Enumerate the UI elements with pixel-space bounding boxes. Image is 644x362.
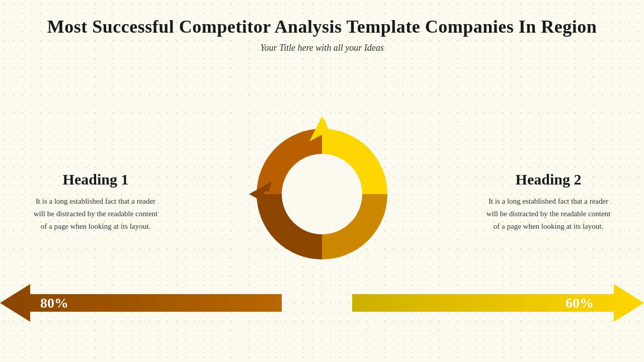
right-percentage: 60%: [566, 295, 594, 311]
right-body-text: It is a long established fact that a rea…: [483, 195, 614, 232]
left-percentage: 80%: [40, 295, 68, 311]
heading-1: Heading 1: [30, 171, 161, 188]
heading-2: Heading 2: [483, 171, 614, 188]
right-arrow: 60%: [352, 284, 644, 322]
left-body-text: It is a long established fact that a rea…: [30, 195, 161, 232]
svg-point-3: [283, 155, 361, 233]
svg-marker-5: [352, 284, 644, 322]
left-arrow: 80%: [0, 284, 282, 322]
diagram-area: Heading 1 It is a long established fact …: [0, 53, 644, 362]
arrow-bar: 80% 60%: [0, 284, 644, 322]
subtitle: Your Title here with all your Ideas: [260, 43, 384, 53]
right-text-block: Heading 2 It is a long established fact …: [483, 171, 614, 232]
page-container: Most Successful Competitor Analysis Temp…: [0, 0, 644, 362]
left-text-block: Heading 1 It is a long established fact …: [30, 171, 161, 232]
circular-arrow-graphic: [242, 114, 403, 285]
main-title: Most Successful Competitor Analysis Temp…: [47, 16, 597, 38]
